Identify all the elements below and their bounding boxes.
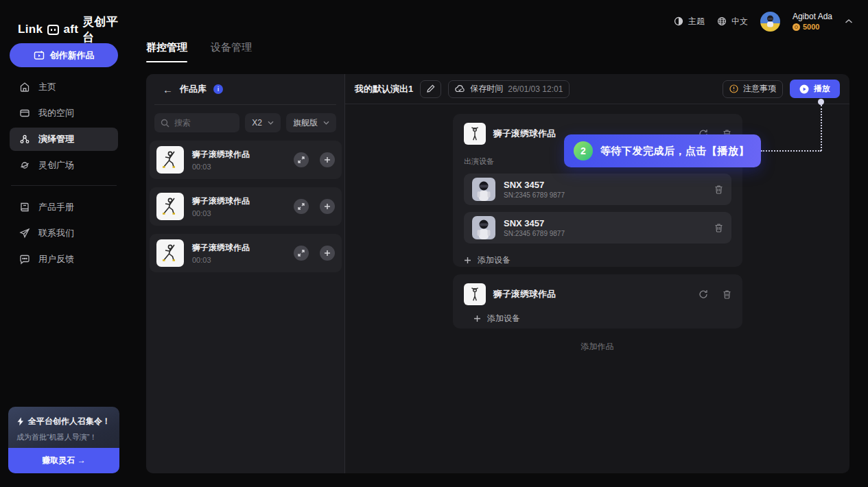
sidebar-divider [11, 185, 117, 186]
work-meta: 狮子滚绣球作品 00:03 [192, 195, 283, 217]
edition-select[interactable]: 旗舰版 [286, 113, 336, 132]
sidebar-item-plaza[interactable]: 灵创广场 [10, 154, 118, 177]
delete-device-button[interactable] [714, 185, 723, 194]
promo-subtitle: 成为首批“机器人导演”！ [8, 427, 119, 442]
expand-icon [298, 156, 305, 163]
expand-icon [298, 203, 305, 210]
folder-icon [19, 108, 30, 119]
play-button[interactable]: 播放 [790, 80, 840, 98]
canvas-header: 我的默认演出1 保存时间 26/01/03 12:01 注意事项 播放 [345, 74, 849, 104]
work-title: 狮子滚绣球作品 [192, 195, 283, 207]
delete-device-button[interactable] [714, 223, 723, 233]
add-work-button[interactable]: 添加作品 [345, 341, 849, 353]
work-thumbnail [156, 146, 184, 174]
sidebar-item-home[interactable]: 主页 [10, 75, 118, 99]
chevron-down-icon [268, 121, 274, 125]
book-icon [19, 202, 30, 213]
robot-avatar-icon [476, 180, 492, 201]
sidebar-item-my-space[interactable]: 我的空间 [10, 102, 118, 125]
notice-button[interactable]: 注意事项 [723, 80, 783, 98]
step-badge: 2 [574, 141, 593, 161]
add-device-button[interactable]: 添加设备 [453, 305, 742, 324]
add-device-label: 添加设备 [487, 313, 520, 324]
expand-button[interactable] [294, 152, 309, 167]
device-meta: SNX 3457 SN:2345 6789 9877 [504, 180, 699, 199]
play-label: 播放 [814, 83, 830, 95]
work-item[interactable]: 狮子滚绣球作品 00:03 [150, 234, 342, 272]
sidebar-item-label: 产品手册 [38, 201, 74, 213]
earn-gems-button[interactable]: 赚取灵石 → [8, 448, 119, 473]
work-item[interactable]: 狮子滚绣球作品 00:03 [150, 187, 342, 226]
plus-icon [464, 257, 471, 264]
brand-platform: 灵创平台 [82, 14, 128, 45]
warning-circle-icon [729, 84, 738, 93]
robot-pose-icon [159, 241, 182, 265]
device-row[interactable]: SNX 3457 SN:2345 6789 9877 [464, 212, 731, 244]
trash-icon [714, 223, 723, 233]
rename-button[interactable] [420, 80, 441, 98]
theme-toggle[interactable]: 主题 [674, 16, 705, 27]
expand-button[interactable] [294, 246, 309, 261]
library-filters: X2 旗舰版 [146, 105, 344, 141]
work-item[interactable]: 狮子滚绣球作品 00:03 [150, 141, 342, 179]
robot-avatar-icon [476, 219, 492, 239]
onboarding-tooltip: 2 等待下发完成后，点击【播放】 [564, 134, 761, 167]
sidebar-item-feedback[interactable]: 用户反馈 [10, 248, 118, 271]
plus-icon [473, 315, 481, 322]
delete-group-button[interactable] [723, 289, 731, 299]
add-to-show-button[interactable] [320, 199, 335, 214]
add-to-show-button[interactable] [320, 246, 335, 261]
language-switch[interactable]: 中文 [717, 16, 748, 27]
sidebar-item-product-manual[interactable]: 产品手册 [10, 195, 118, 219]
lightning-icon [16, 417, 25, 426]
chat-bubble-icon [19, 254, 30, 265]
show-title: 我的默认演出1 [355, 83, 413, 95]
work-meta: 狮子滚绣球作品 00:03 [192, 149, 283, 171]
group-header: 狮子滚绣球作品 [453, 274, 742, 305]
sidebar-item-contact-us[interactable]: 联系我们 [10, 222, 118, 245]
sidebar-item-performance-management[interactable]: 演绎管理 [10, 128, 118, 151]
search-input[interactable] [174, 118, 229, 128]
search-box[interactable] [154, 113, 239, 132]
sidebar-item-label: 用户反馈 [38, 253, 74, 265]
tab-device-management[interactable]: 设备管理 [211, 41, 252, 62]
user-name: Agibot Ada [793, 12, 832, 21]
add-to-show-button[interactable] [320, 152, 335, 167]
home-icon [19, 82, 30, 93]
add-device-label: 添加设备 [478, 254, 511, 266]
plus-icon [324, 203, 331, 210]
save-time-label: 保存时间 [470, 83, 503, 95]
avatar-robot-icon [765, 15, 775, 27]
expand-icon [298, 250, 305, 257]
user-avatar[interactable] [760, 12, 780, 32]
brand-face-icon [47, 25, 58, 35]
back-button[interactable]: ← [163, 84, 173, 95]
topbar: 主题 中文 Agibot Ada 5000 [674, 10, 853, 33]
create-work-label: 创作新作品 [50, 49, 95, 62]
work-thumbnail [156, 193, 184, 220]
user-info[interactable]: Agibot Ada 5000 [793, 12, 832, 31]
work-thumbnail [156, 239, 184, 267]
group-title: 狮子滚绣球作品 [493, 288, 684, 300]
add-device-button[interactable]: 添加设备 [453, 244, 742, 276]
promo-title: 全平台创作人召集令！ [28, 416, 110, 427]
tab-group-control[interactable]: 群控管理 [146, 41, 187, 62]
expand-button[interactable] [294, 199, 309, 214]
works-library-panel: ← 作品库 i X2 旗舰版 [146, 74, 345, 473]
tooltip-text: 等待下发完成后，点击【播放】 [600, 145, 749, 158]
speed-select[interactable]: X2 [245, 113, 281, 132]
sidebar-item-label: 主页 [38, 81, 56, 93]
info-icon[interactable]: i [213, 84, 223, 94]
trash-icon [723, 289, 731, 299]
sidebar-item-label: 联系我们 [38, 227, 74, 239]
theme-icon [674, 16, 683, 26]
robot-pose-icon [159, 148, 182, 171]
device-row[interactable]: SNX 3457 SN:2345 6789 9877 [464, 174, 731, 205]
plus-icon [324, 250, 331, 257]
sidebar-nav: 主页 我的空间 演绎管理 灵创广场 产品手册 联系我们 用户反馈 [10, 75, 118, 274]
robot-network-icon [19, 134, 30, 145]
chevron-up-icon[interactable] [845, 19, 853, 24]
brand-logo[interactable]: Linkaft 灵创平台 [18, 14, 128, 45]
refresh-button[interactable] [699, 289, 708, 299]
create-work-button[interactable]: 创作新作品 [10, 43, 118, 67]
